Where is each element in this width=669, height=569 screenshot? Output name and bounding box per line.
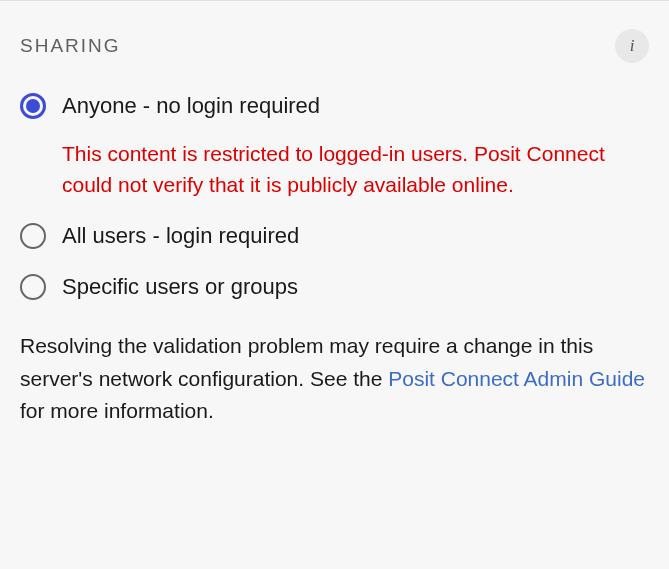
radio-option-anyone[interactable]: Anyone - no login required	[20, 81, 649, 132]
radio-icon	[20, 274, 46, 300]
radio-label-specific: Specific users or groups	[62, 272, 298, 303]
warning-message: This content is restricted to logged-in …	[20, 132, 649, 211]
radio-label-anyone: Anyone - no login required	[62, 91, 320, 122]
radio-label-all-users: All users - login required	[62, 221, 299, 252]
radio-icon	[20, 223, 46, 249]
section-title: SHARING	[20, 35, 121, 57]
admin-guide-link[interactable]: Posit Connect Admin Guide	[388, 367, 645, 390]
radio-icon	[20, 93, 46, 119]
footer-info: Resolving the validation problem may req…	[20, 312, 649, 428]
info-icon[interactable]: i	[615, 29, 649, 63]
footer-text-after: for more information.	[20, 399, 214, 422]
radio-option-all-users[interactable]: All users - login required	[20, 211, 649, 262]
radio-option-specific[interactable]: Specific users or groups	[20, 262, 649, 313]
